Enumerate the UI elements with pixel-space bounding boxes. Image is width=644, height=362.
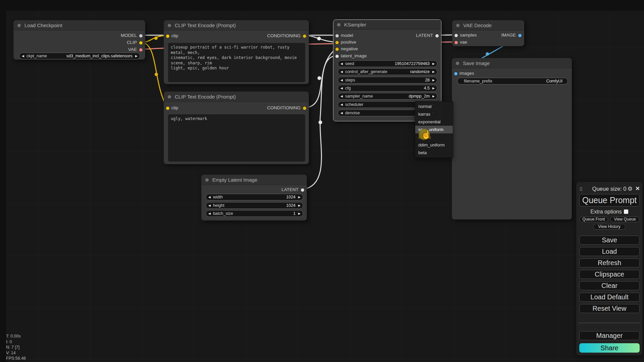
link-dot[interactable] <box>318 76 321 80</box>
node-empty-latent-image[interactable]: Empty Latent Image LATENT ◀ width 1024 ▶… <box>201 175 307 221</box>
slot-dot[interactable] <box>303 107 306 110</box>
node-titlebar[interactable]: CLIP Text Encode (Prompt) <box>164 92 309 102</box>
save-button[interactable]: Save <box>579 236 640 245</box>
input-slot-positive[interactable]: positive <box>333 40 441 45</box>
steps-widget[interactable]: ◀ steps 28 ▶ <box>338 77 437 83</box>
close-icon[interactable]: × <box>636 184 640 192</box>
slot-dot[interactable] <box>435 34 439 38</box>
node-titlebar[interactable]: KSampler <box>333 20 441 30</box>
input-slot-vae[interactable]: vae <box>452 40 524 45</box>
decrement-arrow-icon[interactable]: ◀ <box>208 210 211 217</box>
output-slot-latent[interactable]: LATENT <box>202 187 307 192</box>
node-titlebar[interactable]: CLIP Text Encode (Prompt) <box>164 20 309 31</box>
output-slot-model[interactable]: MODEL <box>14 33 145 38</box>
increment-arrow-icon[interactable]: ▶ <box>432 60 435 67</box>
output-slot-conditioning[interactable]: CONDITIONING <box>164 105 309 111</box>
decrement-arrow-icon[interactable]: ◀ <box>340 60 343 67</box>
load-button[interactable]: Load <box>579 247 640 256</box>
increment-arrow-icon[interactable]: ▶ <box>298 194 301 200</box>
collapse-dot[interactable] <box>337 23 340 26</box>
clipspace-button[interactable]: Clipspace <box>579 270 640 279</box>
menu-item-exponential[interactable]: exponential <box>415 118 453 126</box>
collapse-dot[interactable] <box>456 24 460 27</box>
collapse-dot[interactable] <box>168 95 171 99</box>
link-dot[interactable] <box>319 121 322 124</box>
slot-dot[interactable] <box>518 34 522 37</box>
extra-options-checkbox[interactable] <box>624 209 628 214</box>
decrement-arrow-icon[interactable]: ◀ <box>340 68 343 75</box>
slot-dot[interactable] <box>335 48 339 51</box>
share-button[interactable]: Share <box>579 343 640 353</box>
collapse-dot[interactable] <box>17 24 21 27</box>
sampler-name-widget[interactable]: ◀ sampler_name dpmpp_2m ▶ <box>338 93 437 100</box>
menu-item-ddim-uniform[interactable]: ddim_uniform <box>415 141 453 149</box>
filename-prefix-widget[interactable]: filename_prefix ComfyUI <box>457 78 568 84</box>
ckpt-name-widget[interactable]: ◀ ckpt_name sd3_medium_incl_clips.safete… <box>19 53 140 59</box>
node-titlebar[interactable]: Save Image <box>452 58 572 68</box>
collapse-dot[interactable] <box>168 24 171 27</box>
increment-arrow-icon[interactable]: ▶ <box>432 93 435 100</box>
refresh-button[interactable]: Refresh <box>579 258 640 267</box>
seed-widget[interactable]: ◀ seed 195104722759463 ▶ <box>338 60 437 67</box>
prompt-textarea[interactable]: ugly, watermark <box>168 114 305 162</box>
input-slot-images[interactable]: images <box>452 71 572 76</box>
load-default-button[interactable]: Load Default <box>579 293 640 302</box>
decrement-arrow-icon[interactable]: ◀ <box>340 93 343 100</box>
decrement-arrow-icon[interactable]: ◀ <box>22 53 24 59</box>
link-dot[interactable] <box>317 37 321 41</box>
collapse-dot[interactable] <box>205 178 209 182</box>
node-clip-text-encode-negative[interactable]: CLIP Text Encode (Prompt) clip CONDITION… <box>164 92 309 164</box>
slot-dot[interactable] <box>303 35 306 38</box>
decrement-arrow-icon[interactable]: ◀ <box>340 77 343 83</box>
decrement-arrow-icon[interactable]: ◀ <box>208 202 211 209</box>
increment-arrow-icon[interactable]: ▶ <box>298 210 301 217</box>
view-queue-button[interactable]: View Queue <box>610 217 640 222</box>
node-save-image[interactable]: Save Image images filename_prefix ComfyU… <box>452 58 572 220</box>
increment-arrow-icon[interactable]: ▶ <box>298 202 301 209</box>
node-titlebar[interactable]: Load Checkpoint <box>14 20 145 31</box>
queue-prompt-button[interactable]: Queue Prompt <box>579 194 640 206</box>
increment-arrow-icon[interactable]: ▶ <box>432 77 435 83</box>
input-slot-negative[interactable]: negative <box>333 46 441 52</box>
output-slot-image[interactable]: IMAGE <box>452 33 524 38</box>
slot-dot[interactable] <box>454 41 458 44</box>
height-widget[interactable]: ◀ height 1024 ▶ <box>206 202 303 209</box>
node-titlebar[interactable]: Empty Latent Image <box>202 175 307 185</box>
slot-dot[interactable] <box>301 188 304 192</box>
output-slot-latent[interactable]: LATENT <box>333 33 441 38</box>
cfg-widget[interactable]: ◀ cfg 4.5 ▶ <box>338 85 437 92</box>
slot-dot[interactable] <box>139 48 143 52</box>
input-slot-latent-image[interactable]: latent_image <box>333 53 441 59</box>
clear-button[interactable]: Clear <box>579 281 640 290</box>
menu-item-normal[interactable]: normal <box>415 103 453 110</box>
slot-dot[interactable] <box>454 72 458 75</box>
reset-view-button[interactable]: Reset View <box>579 304 640 313</box>
slot-dot[interactable] <box>139 41 143 45</box>
node-titlebar[interactable]: VAE Decode <box>452 20 524 31</box>
manager-button[interactable]: Manager <box>579 331 640 340</box>
queue-front-button[interactable]: Queue Front <box>579 217 608 222</box>
menu-item-karras[interactable]: karras <box>415 110 453 118</box>
increment-arrow-icon[interactable]: ▶ <box>432 85 435 92</box>
collapse-dot[interactable] <box>456 62 459 65</box>
increment-arrow-icon[interactable]: ▶ <box>432 68 435 75</box>
output-slot-conditioning[interactable]: CONDITIONING <box>164 33 309 39</box>
width-widget[interactable]: ◀ width 1024 ▶ <box>206 194 303 200</box>
drag-handle-icon[interactable]: ⠿ <box>579 185 583 193</box>
output-slot-vae[interactable]: VAE <box>14 47 145 52</box>
link-dot[interactable] <box>154 37 158 40</box>
slot-dot[interactable] <box>335 55 339 58</box>
batch-size-widget[interactable]: ◀ batch_size 1 ▶ <box>206 210 303 217</box>
decrement-arrow-icon[interactable]: ◀ <box>208 194 211 200</box>
slot-dot[interactable] <box>139 34 143 38</box>
settings-gear-icon[interactable]: ⚙ <box>628 185 633 193</box>
link-dot[interactable] <box>486 52 489 56</box>
decrement-arrow-icon[interactable]: ◀ <box>340 110 343 116</box>
increment-arrow-icon[interactable]: ▶ <box>135 53 138 59</box>
prompt-textarea[interactable]: closeup portrait of a sci-fi warrior rob… <box>168 43 305 82</box>
decrement-arrow-icon[interactable]: ◀ <box>340 85 343 92</box>
node-clip-text-encode-positive[interactable]: CLIP Text Encode (Prompt) clip CONDITION… <box>164 20 309 84</box>
output-slot-clip[interactable]: CLIP <box>14 40 145 45</box>
link-dot[interactable] <box>155 73 158 76</box>
menu-item-beta[interactable]: beta <box>415 149 453 157</box>
